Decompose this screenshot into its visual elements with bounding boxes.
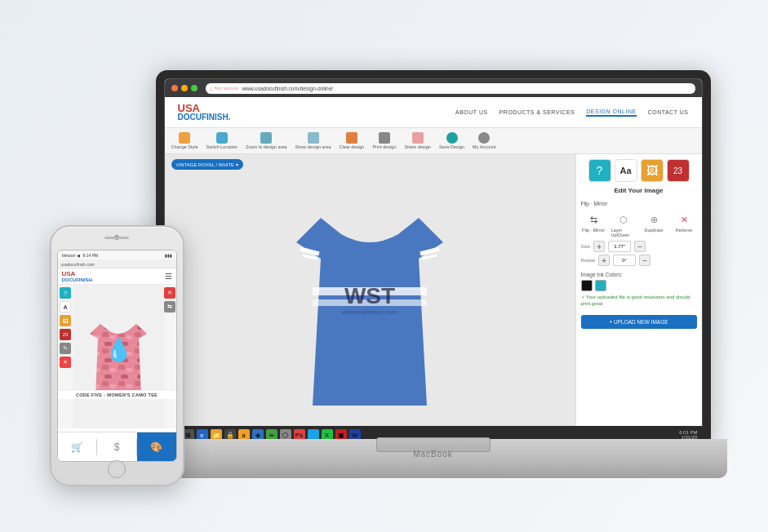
nav-contact[interactable]: CONTACT US	[648, 109, 689, 115]
phone-nav: USA DOCUFINISH. ☰	[58, 268, 176, 285]
phone-body: Verizon ◀ 9:14 PM ▮▮▮ usadocufinish.com …	[50, 225, 184, 486]
phone-droplet-icon: 💧	[104, 336, 133, 363]
rotate-minus-btn[interactable]: −	[639, 255, 650, 266]
size-row: Size + −	[581, 241, 697, 252]
share-label: Share design	[404, 144, 430, 149]
panel-icon-question[interactable]: ?	[588, 159, 611, 182]
tshirt-subtext: wholesaleteez.com	[342, 309, 397, 316]
rotate-plus-btn[interactable]: +	[598, 255, 610, 266]
toolbar-print[interactable]: Print design	[372, 132, 396, 149]
phone-tool-3[interactable]: 🖼	[60, 315, 71, 326]
upload-new-image-btn[interactable]: + UPLOAD NEW IMAGE	[581, 315, 697, 329]
phone-tool-2[interactable]: A	[60, 301, 71, 313]
toolbar-account[interactable]: My Account	[473, 132, 495, 149]
phone-tools-right: ✕ ⇆	[163, 285, 176, 428]
design-main-area: VINTAGE ROYAL / WHITE ▾	[165, 154, 702, 445]
phone-right-tool-2[interactable]: ⇆	[164, 301, 175, 313]
save-icon	[446, 132, 458, 144]
laptop-screen-outer: ⚠ Not secure www.usadocufinish.com/desig…	[156, 70, 711, 446]
design-icon: 🎨	[150, 441, 162, 453]
panel-icon-image[interactable]: 🖼	[641, 159, 664, 182]
phone-logo-docu: DOCU	[62, 277, 77, 282]
color-selector-btn[interactable]: VINTAGE ROYAL / WHITE ▾	[171, 159, 243, 170]
phone-url-text: usadocufinish.com	[61, 262, 95, 267]
size-width-input[interactable]	[608, 241, 631, 252]
phone-status-bar: Verizon ◀ 9:14 PM ▮▮▮	[58, 250, 176, 260]
zoom-label: Zoom to design area	[246, 144, 286, 149]
show-design-icon	[308, 132, 319, 144]
toolbar-save[interactable]: Save Design	[439, 132, 464, 149]
switch-location-label: Switch Location	[206, 144, 238, 149]
toolbar-show-design[interactable]: Show design area	[295, 132, 331, 149]
phone-time: 9:14 PM	[83, 253, 99, 258]
size-label-text: Size	[581, 244, 591, 249]
maximize-btn-dot[interactable]	[191, 85, 198, 91]
zoom-icon	[260, 132, 272, 144]
toolbar-clear[interactable]: Clear design	[340, 132, 365, 149]
phone-tool-delete[interactable]: ✕	[60, 357, 71, 368]
size-minus-btn[interactable]: −	[634, 241, 646, 252]
toolbar-change-style[interactable]: Change Style	[171, 132, 198, 149]
rotate-input[interactable]	[613, 255, 636, 266]
minimize-btn-dot[interactable]	[181, 85, 188, 91]
phone-logo-docufinish: DOCUFINISH.	[62, 277, 94, 282]
browser-window: ⚠ Not secure www.usadocufinish.com/desig…	[165, 79, 702, 445]
remove-btn[interactable]: ✕ Remove	[672, 212, 697, 237]
phone-tool-1[interactable]: ?	[60, 287, 71, 299]
close-btn-dot[interactable]	[171, 85, 178, 91]
phone-product-label: CODE FIVE - WOMEN'S CAMO TEE	[58, 390, 176, 399]
phone-right-tool-1[interactable]: ✕	[164, 287, 175, 299]
nav-products[interactable]: PRODUCTS & SERVICES	[499, 109, 575, 115]
save-label: Save Design	[439, 144, 464, 149]
design-canvas[interactable]: VINTAGE ROYAL / WHITE ▾	[165, 154, 575, 445]
phone-logo-finish: FINISH.	[76, 277, 93, 282]
phone-footer-cart[interactable]: 🛒	[58, 432, 97, 461]
ink-swatch-black[interactable]	[581, 280, 593, 291]
ink-swatch-teal[interactable]	[595, 280, 606, 291]
flip-mirror-btn[interactable]: ⇆ Flip · Mirror	[581, 212, 606, 237]
design-panel: ? Aa 🖼 23 Edit Your Image Flip · Mirror	[575, 154, 702, 445]
logo-docufinish-text: DOCUFINISH.	[178, 113, 231, 122]
phone-canvas[interactable]: 💧	[74, 285, 163, 428]
price-icon: $	[114, 441, 120, 453]
duplicate-btn[interactable]: ⊕ Duplicate	[641, 212, 667, 237]
clear-label: Clear design	[340, 144, 365, 149]
phone-url-bar[interactable]: usadocufinish.com	[58, 260, 176, 268]
panel-icon-number[interactable]: 23	[667, 159, 690, 182]
laptop-base: MacBook	[140, 439, 727, 478]
show-design-label: Show design area	[295, 144, 331, 149]
design-toolbar: Change Style Switch Location Zoom to des…	[165, 128, 702, 154]
ink-colors-label: Image Ink Colors:	[581, 272, 697, 277]
phone-hamburger-icon[interactable]: ☰	[165, 272, 172, 281]
phone-tool-5[interactable]: ✎	[60, 343, 71, 354]
nav-about-us[interactable]: ABOUT US	[455, 109, 488, 115]
nav-design-online[interactable]: DESIGN ONLINE	[586, 109, 636, 117]
dup-label: Duplicate	[645, 228, 664, 233]
macbook-label: MacBook	[413, 450, 453, 459]
toolbar-switch-location[interactable]: Switch Location	[206, 132, 238, 149]
phone-carrier: Verizon ◀	[62, 253, 80, 258]
website: USA DOCUFINISH. ABOUT US PRODUCTS & SERV…	[165, 97, 702, 445]
logo-finish: FINISH.	[202, 113, 231, 122]
toolbar-zoom[interactable]: Zoom to design area	[246, 132, 286, 149]
phone-home-button[interactable]	[108, 460, 126, 478]
url-text: www.usadocufinish.com/design-online/	[242, 86, 334, 91]
change-style-label: Change Style	[171, 144, 198, 149]
phone-logo: USA DOCUFINISH.	[62, 270, 94, 282]
phone-tool-4[interactable]: 23	[60, 329, 71, 340]
cart-icon: 🛒	[71, 441, 83, 453]
browser-url-bar[interactable]: ⚠ Not secure www.usadocufinish.com/desig…	[206, 83, 695, 94]
phone-speaker	[104, 237, 129, 239]
size-plus-btn[interactable]: +	[593, 241, 605, 252]
toolbar-share[interactable]: Share design	[404, 132, 430, 149]
panel-icon-text[interactable]: Aa	[615, 159, 637, 182]
phone-tshirt: 💧	[86, 316, 151, 397]
phone-footer-price[interactable]: $	[97, 432, 136, 461]
layer-up-down-btn[interactable]: ⬡ Layer Up/Down	[611, 212, 637, 237]
phone-tools-left: ? A 🖼 23 ✎ ✕	[58, 285, 74, 428]
logo-docu: DOCU	[178, 113, 202, 122]
phone-footer-design[interactable]: 🎨	[137, 432, 176, 461]
browser-bar: ⚠ Not secure www.usadocufinish.com/desig…	[165, 79, 702, 97]
flip-label: Flip · Mirror	[582, 228, 605, 233]
resolution-status: ✓ Your uploaded file is good resolution …	[581, 295, 697, 308]
